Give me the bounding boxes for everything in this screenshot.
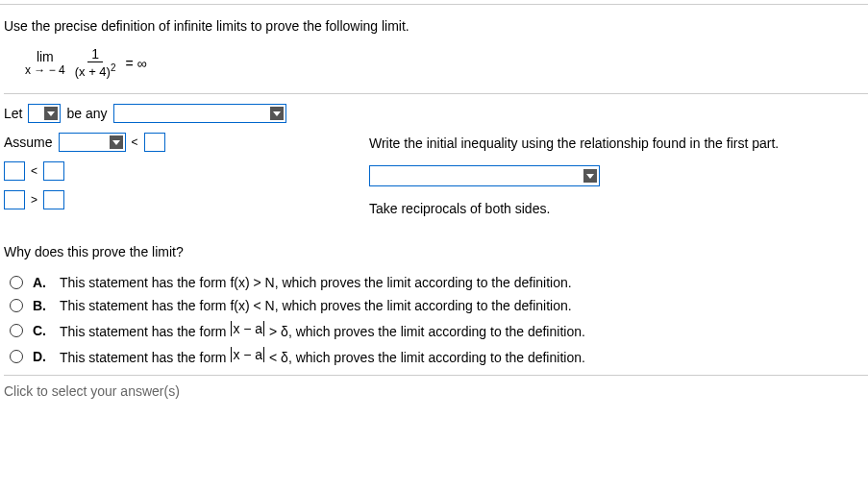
lim-word: lim [37, 50, 54, 64]
radio-d[interactable] [10, 350, 23, 363]
fraction-numerator: 1 [87, 47, 103, 62]
option-d-label: D. [33, 349, 50, 364]
chevron-down-icon [44, 107, 58, 120]
reciprocal-dropdown[interactable] [369, 165, 600, 186]
chevron-down-icon [110, 135, 123, 149]
step1-text: Write the initial inequality using the r… [369, 135, 779, 151]
problem-prompt: Use the precise definition of infinite l… [4, 18, 868, 34]
option-d[interactable]: D. This statement has the form x − a < δ… [4, 347, 868, 365]
radio-b[interactable] [10, 299, 23, 312]
let-label: Let [4, 106, 22, 121]
equals-infinity: = ∞ [125, 56, 146, 71]
click-to-select-hint: Click to select your answer(s) [4, 375, 868, 399]
option-a-text: This statement has the form f(x) > N, wh… [60, 275, 572, 290]
assume-input[interactable] [144, 133, 165, 152]
step2-text: Take reciprocals of both sides. [369, 201, 550, 216]
step-lhs-input-1[interactable] [4, 161, 25, 181]
option-a-label: A. [33, 275, 50, 290]
let-var-dropdown[interactable] [28, 104, 61, 123]
be-any-label: be any [66, 106, 107, 121]
option-a[interactable]: A. This statement has the form f(x) > N,… [4, 275, 868, 290]
option-d-text: This statement has the form x − a < δ, w… [60, 347, 585, 365]
option-b[interactable]: B. This statement has the form f(x) < N,… [4, 298, 868, 313]
less-than-symbol: < [31, 164, 37, 178]
why-question: Why does this prove the limit? [4, 244, 868, 259]
chevron-down-icon [270, 107, 284, 120]
lim-approach: x → − 4 [25, 64, 65, 77]
option-c-label: C. [33, 323, 50, 338]
fraction-denominator: (x + 4)2 [71, 62, 120, 80]
radio-c[interactable] [10, 324, 23, 337]
option-b-label: B. [33, 298, 50, 313]
less-than-symbol: < [132, 135, 138, 149]
step-rhs-input-1[interactable] [43, 161, 64, 181]
be-any-dropdown[interactable] [113, 104, 286, 123]
limit-expression: lim x → − 4 1 (x + 4)2 = ∞ [25, 47, 868, 80]
option-c-text: This statement has the form x − a > δ, w… [60, 321, 585, 339]
assume-label: Assume [4, 135, 53, 150]
option-b-text: This statement has the form f(x) < N, wh… [60, 298, 572, 313]
option-c[interactable]: C. This statement has the form x − a > δ… [4, 321, 868, 339]
step-rhs-input-2[interactable] [43, 190, 64, 209]
radio-a[interactable] [10, 276, 23, 289]
step-lhs-input-2[interactable] [4, 190, 25, 209]
greater-than-symbol: > [31, 193, 37, 207]
assume-dropdown[interactable] [59, 133, 126, 152]
chevron-down-icon [583, 169, 597, 183]
